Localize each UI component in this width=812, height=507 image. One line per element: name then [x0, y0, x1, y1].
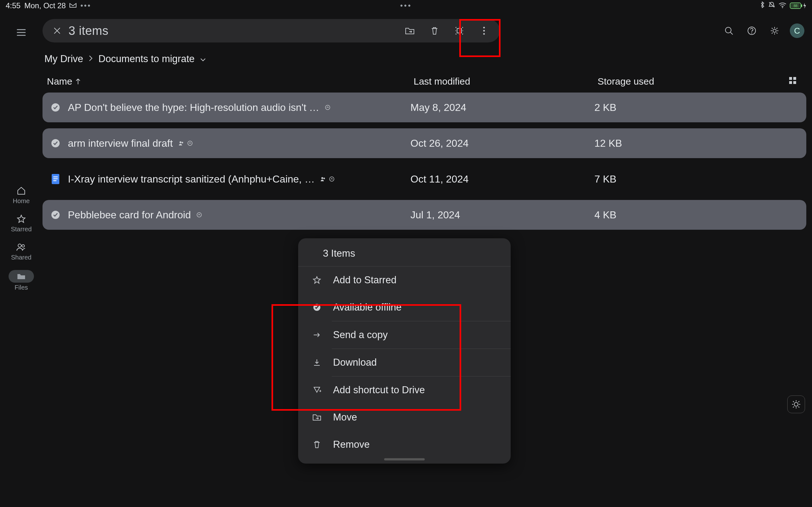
search-button[interactable]: [721, 23, 737, 38]
svg-point-5: [22, 245, 24, 247]
sidebar-item-label: Home: [13, 198, 30, 205]
selection-count: 3 items: [68, 24, 402, 38]
file-list: AP Don't believe the hype: High-resoluti…: [43, 93, 806, 230]
send-icon: [311, 331, 322, 338]
col-size[interactable]: Storage used: [598, 76, 789, 87]
file-size: 2 KB: [595, 102, 806, 113]
svg-rect-16: [789, 81, 792, 84]
chevron-right-icon: [88, 53, 93, 65]
svg-point-23: [188, 141, 192, 146]
svg-point-4: [18, 244, 21, 247]
menu-item-label: Download: [333, 357, 377, 368]
sidebar: Home Starred Shared Files: [0, 11, 43, 507]
sort-asc-icon: [75, 78, 81, 85]
svg-rect-14: [789, 77, 792, 80]
breadcrumb: My Drive Documents to migrate: [44, 53, 806, 65]
help-button[interactable]: [744, 23, 759, 38]
battery-icon: 88: [790, 3, 806, 9]
file-row[interactable]: AP Don't believe the hype: High-resoluti…: [43, 93, 806, 122]
svg-rect-6: [457, 29, 461, 33]
menu-item-star[interactable]: Add to Starred: [298, 267, 511, 294]
date: Mon, Oct 28: [24, 1, 66, 10]
svg-rect-17: [793, 81, 796, 84]
star-icon: [311, 276, 322, 284]
file-name: Pebblebee card for Android: [68, 209, 410, 221]
svg-point-34: [794, 402, 798, 406]
svg-point-22: [182, 142, 183, 144]
more-options-button[interactable]: [476, 23, 492, 38]
file-modified: May 8, 2024: [410, 102, 595, 113]
col-name[interactable]: Name: [46, 76, 414, 87]
drag-handle[interactable]: [384, 458, 425, 460]
grid-view-button[interactable]: [789, 76, 797, 87]
menu-item-move[interactable]: Move: [298, 404, 511, 431]
svg-point-29: [323, 178, 325, 179]
file-row[interactable]: arm interview final draftOct 26, 202412 …: [43, 128, 806, 158]
svg-point-0: [782, 7, 783, 8]
file-name: I-Xray interview transcript sanitized (A…: [68, 173, 410, 185]
breadcrumb-current[interactable]: Documents to migrate: [98, 53, 194, 65]
menu-item-offline[interactable]: Available offline: [298, 294, 511, 321]
menu-icon[interactable]: [17, 29, 26, 36]
svg-point-21: [180, 141, 182, 143]
move-icon: [311, 413, 322, 421]
sidebar-item-label: Starred: [11, 226, 32, 233]
chevron-down-icon[interactable]: [200, 53, 206, 65]
selected-check-icon: [49, 101, 61, 113]
sidebar-item-shared[interactable]: Shared: [11, 242, 32, 261]
breadcrumb-root[interactable]: My Drive: [44, 53, 83, 65]
wifi-icon: [778, 1, 786, 10]
file-row[interactable]: I-Xray interview transcript sanitized (A…: [43, 164, 806, 194]
people-icon: [16, 242, 27, 252]
move-to-button[interactable]: [402, 23, 417, 38]
svg-point-12: [751, 33, 752, 34]
file-name: AP Don't believe the hype: High-resoluti…: [68, 102, 410, 113]
sidebar-item-home[interactable]: Home: [13, 185, 30, 205]
close-selection-button[interactable]: [49, 23, 65, 38]
sidebar-item-label: Shared: [11, 254, 32, 261]
menu-item-send[interactable]: Send a copy: [298, 321, 511, 349]
svg-point-30: [329, 177, 334, 181]
menu-item-label: Send a copy: [333, 329, 388, 341]
settings-button[interactable]: [767, 23, 782, 38]
svg-point-13: [773, 29, 776, 32]
svg-rect-27: [53, 180, 56, 181]
gmail-icon: [69, 1, 77, 10]
menu-title: 3 Items: [298, 238, 511, 267]
file-modified: Oct 26, 2024: [410, 137, 595, 149]
dnd-icon: [768, 1, 775, 10]
clock: 4:55: [6, 1, 20, 10]
svg-point-28: [321, 177, 323, 179]
bluetooth-icon: [760, 1, 765, 10]
brightness-fab[interactable]: [787, 395, 805, 413]
svg-point-10: [725, 27, 731, 33]
sidebar-item-files[interactable]: Files: [9, 270, 34, 291]
file-row[interactable]: Pebblebee card for AndroidJul 1, 20244 K…: [43, 200, 806, 230]
svg-rect-3: [801, 4, 802, 7]
col-modified[interactable]: Last modified: [414, 76, 598, 87]
selected-check-icon: [49, 137, 61, 149]
shortcut-icon: [311, 386, 322, 394]
menu-item-trash[interactable]: Remove: [298, 431, 511, 458]
svg-point-19: [325, 105, 330, 110]
selection-bar: 3 items: [43, 19, 500, 43]
select-all-button[interactable]: [452, 23, 467, 38]
menu-item-label: Add to Starred: [333, 274, 397, 286]
menu-item-shortcut[interactable]: Add shortcut to Drive: [298, 377, 511, 404]
battery-pct: 88: [794, 4, 798, 8]
file-name: arm interview final draft: [68, 137, 410, 149]
svg-point-8: [484, 30, 485, 32]
menu-item-download[interactable]: Download: [298, 349, 511, 376]
svg-point-9: [484, 33, 485, 35]
sidebar-item-starred[interactable]: Starred: [11, 214, 32, 233]
doc-icon: [49, 173, 61, 185]
context-menu: 3 Items Add to StarredAvailable offlineS…: [298, 238, 511, 464]
delete-button[interactable]: [427, 23, 442, 38]
trash-icon: [311, 440, 322, 449]
sidebar-item-label: Files: [14, 284, 28, 291]
account-avatar[interactable]: C: [790, 23, 804, 38]
svg-rect-15: [793, 77, 796, 80]
menu-item-label: Remove: [333, 439, 369, 450]
folder-icon: [16, 271, 27, 282]
selected-check-icon: [49, 209, 61, 221]
